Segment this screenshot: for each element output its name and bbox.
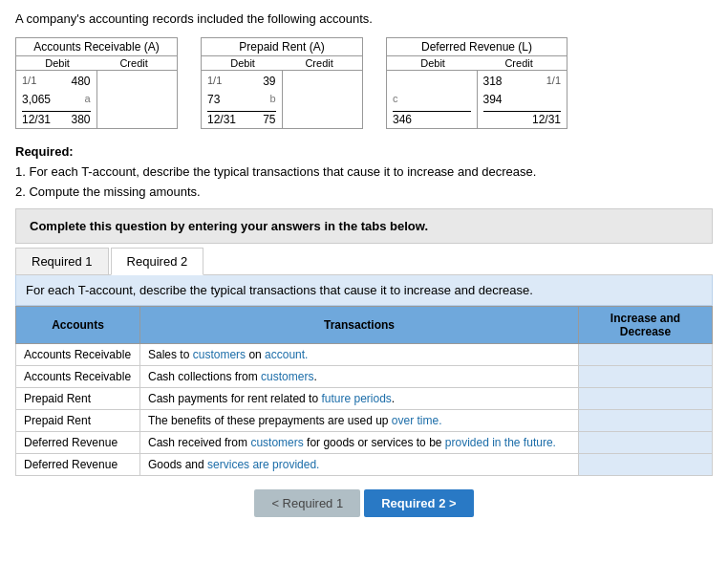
dr-c1-date: 1/1 [546, 73, 561, 91]
dr-debit-label: Debit [420, 57, 445, 69]
cell-transaction: Cash received from customers for goods o… [140, 432, 579, 454]
pr-total-val: 75 [263, 113, 275, 126]
dr-d2-letter: c [393, 91, 398, 109]
cell-account: Prepaid Rent [16, 410, 140, 432]
table-row: Accounts ReceivableSales to customers on… [16, 344, 713, 366]
tab-instruction: For each T-account, describe the typical… [15, 275, 713, 306]
col-header-transactions: Transactions [140, 307, 579, 344]
t-account-pr: Prepaid Rent (A) Debit Credit 1/1 39 73 … [201, 37, 363, 129]
pr-d2-val: 73 [207, 91, 220, 109]
cell-transaction: Sales to customers on account. [140, 344, 579, 366]
ar-d2-val: 3,065 [22, 91, 51, 109]
table-row: Prepaid RentThe benefits of these prepay… [16, 410, 713, 432]
cell-account: Prepaid Rent [16, 388, 140, 410]
table-row: Deferred RevenueCash received from custo… [16, 432, 713, 454]
table-row: Prepaid RentCash payments for rent relat… [16, 388, 713, 410]
nav-buttons: < Required 1 Required 2 > [15, 489, 713, 517]
pr-credit-label: Credit [305, 57, 332, 69]
dr-total-val: 346 [393, 113, 412, 126]
t-account-ar: Accounts Receivable (A) Debit Credit 1/1… [15, 37, 178, 129]
t-account-dr-title: Deferred Revenue (L) [387, 38, 567, 56]
cell-transaction: Cash collections from customers. [140, 366, 579, 388]
t-accounts-container: Accounts Receivable (A) Debit Credit 1/1… [15, 37, 713, 129]
cell-increase-decrease[interactable] [579, 344, 713, 366]
tab-required-2[interactable]: Required 2 [111, 248, 204, 275]
cell-account: Deferred Revenue [16, 454, 140, 476]
pr-total-date: 12/31 [207, 113, 236, 126]
cell-increase-decrease[interactable] [579, 410, 713, 432]
complete-box: Complete this question by entering your … [15, 208, 713, 244]
tabs-container: Required 1 Required 2 [15, 244, 713, 275]
next-button[interactable]: Required 2 > [364, 489, 473, 517]
cell-transaction: Goods and services are provided. [140, 454, 579, 476]
t-account-pr-title: Prepaid Rent (A) [202, 38, 362, 56]
cell-increase-decrease[interactable] [579, 432, 713, 454]
dr-credit-date: 12/31 [532, 113, 561, 126]
cell-account: Accounts Receivable [16, 366, 140, 388]
cell-transaction: Cash payments for rent related to future… [140, 388, 579, 410]
transactions-table: Accounts Transactions Increase and Decre… [15, 306, 713, 476]
ar-d1-val: 480 [71, 73, 90, 91]
required-section: Required: 1. For each T-account, describ… [15, 144, 713, 199]
cell-transaction: The benefits of these prepayments are us… [140, 410, 579, 432]
col-header-increase-decrease: Increase and Decrease [579, 307, 713, 344]
tab-required-1[interactable]: Required 1 [15, 248, 109, 274]
pr-d1-date: 1/1 [207, 73, 222, 91]
pr-d2-letter: b [269, 91, 275, 109]
ar-debit-col: 1/1 480 3,065 a 12/31 380 [16, 71, 97, 128]
required-item-2: 2. Compute the missing amounts. [15, 184, 713, 199]
dr-c2-val: 394 [483, 91, 503, 109]
cell-account: Deferred Revenue [16, 432, 140, 454]
ar-debit-label: Debit [45, 57, 70, 69]
pr-debit-label: Debit [230, 57, 255, 69]
ar-credit-col [97, 71, 178, 128]
dr-c1-val: 318 [483, 73, 503, 91]
ar-d2-letter: a [84, 91, 90, 109]
table-row: Accounts ReceivableCash collections from… [16, 366, 713, 388]
cell-increase-decrease[interactable] [579, 366, 713, 388]
dr-credit-label: Credit [504, 57, 532, 69]
dr-credit-col: 318 1/1 394 12/31 [478, 71, 567, 128]
ar-d1-date: 1/1 [22, 73, 36, 91]
t-account-dr: Deferred Revenue (L) Debit Credit c 346 … [386, 37, 567, 129]
intro-text: A company's accounting records included … [15, 11, 713, 26]
t-account-ar-title: Accounts Receivable (A) [16, 38, 177, 56]
pr-d1-val: 39 [263, 73, 275, 91]
table-row: Deferred RevenueGoods and services are p… [16, 454, 713, 476]
prev-button[interactable]: < Required 1 [254, 489, 360, 517]
ar-total-date: 12/31 [22, 113, 51, 126]
dr-debit-col: c 346 [387, 71, 478, 128]
pr-debit-col: 1/1 39 73 b 12/31 75 [202, 71, 283, 128]
pr-credit-col [283, 71, 363, 128]
cell-increase-decrease[interactable] [579, 388, 713, 410]
cell-increase-decrease[interactable] [579, 454, 713, 476]
required-item-1: 1. For each T-account, describe the typi… [15, 164, 713, 179]
ar-credit-label: Credit [119, 57, 147, 69]
cell-account: Accounts Receivable [16, 344, 140, 366]
ar-total-val: 380 [71, 113, 90, 126]
required-label: Required: [15, 144, 74, 159]
col-header-accounts: Accounts [16, 307, 140, 344]
